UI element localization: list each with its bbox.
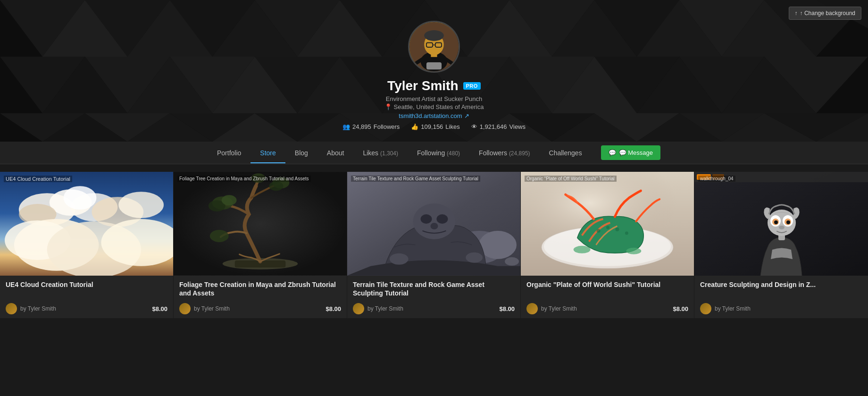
author-name-5: by Tyler Smith <box>715 305 751 312</box>
card-title-4: Organic "Plate of Off World Sushi" Tutor… <box>526 280 688 298</box>
nav-store[interactable]: Store <box>250 143 285 163</box>
nav-following[interactable]: Following (480) <box>408 143 469 163</box>
card-author-1: by Tyler Smith <box>6 303 56 314</box>
svg-point-64 <box>424 30 444 41</box>
card-footer-4: by Tyler Smith $8.00 <box>526 303 688 314</box>
card-title-3: Terrain Tile Texture and Rock Game Asset… <box>353 280 515 298</box>
likes-icon: 👍 <box>411 123 418 130</box>
card-image-2: Foliage Tree Creation in Maya and Zbrush… <box>174 172 347 276</box>
nav-bar: Portfolio Store Blog About Likes (1,304)… <box>0 142 868 164</box>
card-info-5: Creature Sculpting and Design in Z... by… <box>694 276 868 318</box>
profile-stats: 👥 24,895 Followers 👍 109,156 Likes 👁 1,9… <box>342 123 526 130</box>
profile-location: 📍 Seattle, United States of America <box>384 103 484 110</box>
author-avatar-5 <box>700 303 711 314</box>
views-stat: 👁 1,921,646 Views <box>471 123 526 130</box>
change-background-button[interactable]: ↑ ↑ Change background <box>789 7 861 20</box>
card-info-1: UE4 Cloud Creation Tutorial by Tyler Smi… <box>0 276 173 318</box>
nav-portfolio[interactable]: Portfolio <box>208 143 250 163</box>
author-name-1: by Tyler Smith <box>20 305 56 312</box>
profile-subtitle: Environment Artist at Sucker Punch <box>386 95 482 102</box>
profile-center: Tyler Smith PRO Environment Artist at Su… <box>342 21 526 130</box>
card-price-3: $8.00 <box>499 305 515 312</box>
card-2-foliage[interactable]: Foliage Tree Creation in Maya and Zbrush… <box>174 172 347 318</box>
card-5-creature[interactable]: walkthrough_04 Creature Sculpting and De… <box>694 172 868 318</box>
author-avatar-4 <box>526 303 538 314</box>
svg-rect-70 <box>426 62 442 69</box>
author-avatar-3 <box>353 303 364 314</box>
card-image-1: UE4 Cloud Creation Tutorial <box>0 172 173 276</box>
card-title-5: Creature Sculpting and Design in Z... <box>700 280 862 298</box>
followers-stat: 👥 24,895 Followers <box>342 123 400 130</box>
nav-challenges[interactable]: Challenges <box>540 143 592 163</box>
author-name-3: by Tyler Smith <box>367 305 403 312</box>
content-area: UE4 Cloud Creation Tutorial UE4 Cloud Cr… <box>0 164 868 328</box>
card-image-5: walkthrough_04 <box>694 172 868 276</box>
card-image-4: Organic "Plate of Off World Sushi" Tutor… <box>521 172 694 276</box>
card-title-2: Foliage Tree Creation in Maya and Zbrush… <box>179 280 341 298</box>
message-button[interactable]: 💬 💬 Message <box>601 145 660 160</box>
card-footer-2: by Tyler Smith $8.00 <box>179 303 341 314</box>
profile-name: Tyler Smith PRO <box>387 78 481 93</box>
author-avatar-2 <box>179 303 191 314</box>
card-author-4: by Tyler Smith <box>526 303 577 314</box>
card-author-5: by Tyler Smith <box>700 303 751 314</box>
card-3-terrain[interactable]: Terrain Tile Texture and Rock Game Asset… <box>347 172 521 318</box>
card-price-1: $8.00 <box>152 305 167 312</box>
card-price-4: $8.00 <box>673 305 688 312</box>
avatar <box>408 21 460 73</box>
profile-website[interactable]: tsmith3d.artstation.com ↗ <box>399 112 469 119</box>
author-name-4: by Tyler Smith <box>541 305 577 312</box>
card-author-2: by Tyler Smith <box>179 303 230 314</box>
upload-icon: ↑ <box>795 10 798 17</box>
nav-blog[interactable]: Blog <box>285 143 317 163</box>
likes-stat: 👍 109,156 Likes <box>411 123 459 130</box>
card-info-4: Organic "Plate of Off World Sushi" Tutor… <box>521 276 694 318</box>
hero-banner: ↑ ↑ Change background <box>0 0 868 142</box>
views-icon: 👁 <box>471 123 477 130</box>
avatar-image <box>409 22 459 71</box>
card-footer-1: by Tyler Smith $8.00 <box>6 303 167 314</box>
nav-followers[interactable]: Followers (24,895) <box>469 143 540 163</box>
location-icon: 📍 <box>384 103 392 110</box>
cards-grid: UE4 Cloud Creation Tutorial UE4 Cloud Cr… <box>0 172 868 318</box>
card-price-2: $8.00 <box>326 305 341 312</box>
card-footer-3: by Tyler Smith $8.00 <box>353 303 515 314</box>
card-info-3: Terrain Tile Texture and Rock Game Asset… <box>347 276 520 318</box>
card-info-2: Foliage Tree Creation in Maya and Zbrush… <box>174 276 347 318</box>
author-avatar-1 <box>6 303 17 314</box>
author-name-2: by Tyler Smith <box>194 305 230 312</box>
nav-about[interactable]: About <box>317 143 354 163</box>
pro-badge: PRO <box>463 82 481 90</box>
card-author-3: by Tyler Smith <box>353 303 403 314</box>
nav-likes[interactable]: Likes (1,304) <box>353 143 408 163</box>
card-footer-5: by Tyler Smith <box>700 303 862 314</box>
message-icon: 💬 <box>609 149 616 156</box>
card-image-3: Terrain Tile Texture and Rock Game Asset… <box>347 172 520 276</box>
card-1-ue4-cloud[interactable]: UE4 Cloud Creation Tutorial UE4 Cloud Cr… <box>0 172 174 318</box>
card-4-sushi[interactable]: Organic "Plate of Off World Sushi" Tutor… <box>521 172 694 318</box>
card-title-1: UE4 Cloud Creation Tutorial <box>6 280 167 298</box>
external-link-icon: ↗ <box>464 112 469 119</box>
followers-icon: 👥 <box>342 123 350 130</box>
